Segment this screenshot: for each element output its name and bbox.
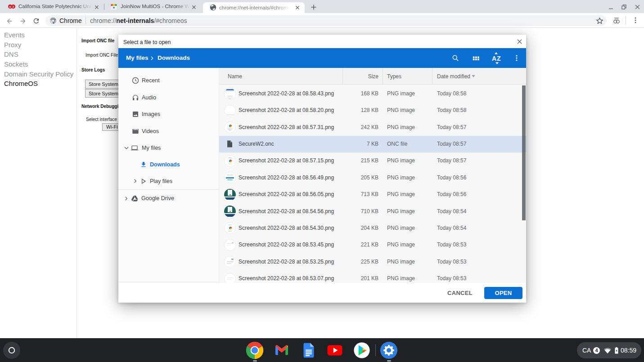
svg-text:w: w <box>9 5 11 8</box>
svg-text:2: 2 <box>13 5 14 8</box>
